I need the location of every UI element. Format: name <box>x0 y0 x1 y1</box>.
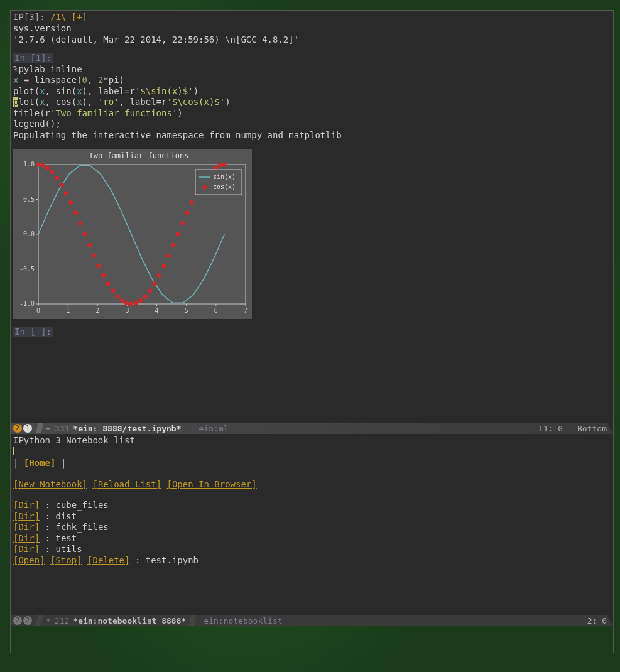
svg-point-52 <box>148 288 152 293</box>
dir-link[interactable]: [Dir] <box>13 511 40 521</box>
svg-point-41 <box>97 264 101 268</box>
svg-point-44 <box>111 288 115 293</box>
svg-point-68 <box>222 163 227 167</box>
stop-button[interactable]: [Stop] <box>50 555 82 565</box>
str: '$\cos(x)$' <box>166 97 225 107</box>
reload-list-button[interactable]: [Reload List] <box>92 479 161 489</box>
sep-icon <box>231 423 238 433</box>
svg-text:0: 0 <box>36 307 40 314</box>
svg-text:6: 6 <box>214 307 218 314</box>
txt: ) <box>193 86 199 96</box>
major-mode: ein:ml <box>199 424 229 433</box>
txt: , <box>87 75 98 85</box>
svg-text:0.0: 0.0 <box>23 230 35 237</box>
dir-name: fchk_files <box>55 522 108 532</box>
cell-1-prompt: In [1]: <box>13 53 53 63</box>
new-notebook-button[interactable]: [New Notebook] <box>13 479 87 489</box>
svg-point-72 <box>203 185 207 190</box>
str: 'Two familiar functions' <box>50 108 177 118</box>
delete-button[interactable]: [Delete] <box>87 555 129 565</box>
txt: = linspace( <box>18 75 82 85</box>
chart-svg: Two familiar functions01234567-1.0-0.50.… <box>13 149 252 319</box>
svg-text:4: 4 <box>155 307 159 314</box>
dir-name: utils <box>55 544 82 554</box>
badge-win: 2 <box>23 616 32 625</box>
header-line: IP[3]: /1\ [+] <box>11 11 613 23</box>
sep: : <box>135 555 146 565</box>
dir-link[interactable]: [Dir] <box>13 533 40 543</box>
dir-link[interactable]: [Dir] <box>13 500 40 510</box>
header-link-2[interactable]: [+] <box>72 12 87 22</box>
sep-icon <box>188 615 196 626</box>
svg-point-45 <box>115 294 119 298</box>
svg-text:-1.0: -1.0 <box>19 300 35 307</box>
svg-text:0.5: 0.5 <box>23 196 35 203</box>
svg-point-60 <box>185 210 189 215</box>
svg-point-33 <box>60 183 64 187</box>
cell-2-prompt: In [ ]: <box>13 327 53 337</box>
str: 'ro' <box>98 97 119 107</box>
cell-0-output: sys.version '2.7.6 (default, Mar 22 2014… <box>11 23 613 48</box>
modeline-top: 2 1 − 331 *ein: 8888/test.ipynb* ein:ml … <box>11 423 613 434</box>
mod-dash: − <box>46 424 51 433</box>
sep: | <box>13 458 24 468</box>
cell-1-l2: x = linspace(0, 2*pi) <box>13 75 611 86</box>
modeline-bottom: 2 2 * 212 *ein:notebooklist 8888* ein:no… <box>11 615 613 626</box>
header-prefix: IP[3]: <box>13 12 50 22</box>
svg-point-30 <box>45 166 50 170</box>
var: x <box>40 86 45 96</box>
mod-line: 212 <box>55 616 69 626</box>
cell-1-l4: plot(x, cos(x), 'ro', label=r'$\cos(x)$'… <box>13 97 611 108</box>
buffer-name: *ein: 8888/test.ipynb* <box>73 424 181 433</box>
svg-point-37 <box>78 221 82 225</box>
svg-point-61 <box>190 200 194 205</box>
scroll-pos: Bottom <box>577 424 607 433</box>
txt: title(r <box>13 108 50 118</box>
svg-point-31 <box>50 170 55 175</box>
svg-point-34 <box>64 191 68 195</box>
txt: ) <box>177 108 182 118</box>
dir-link[interactable]: [Dir] <box>13 544 40 554</box>
svg-point-38 <box>83 232 87 237</box>
svg-point-32 <box>55 176 59 180</box>
emacs-frame: IP[3]: /1\ [+] sys.version '2.7.6 (defau… <box>10 10 614 653</box>
dir-link[interactable]: [Dir] <box>13 522 40 532</box>
txt: ) <box>225 97 230 107</box>
sep-icon <box>36 615 43 626</box>
open-in-browser-button[interactable]: [Open In Browser] <box>166 479 256 489</box>
svg-point-55 <box>161 264 166 268</box>
var: x <box>77 86 82 96</box>
num: 0 <box>82 75 87 85</box>
txt: lot( <box>18 97 40 107</box>
notebook-pane[interactable]: IP[3]: /1\ [+] sys.version '2.7.6 (defau… <box>11 11 613 434</box>
svg-point-47 <box>124 301 129 305</box>
svg-point-28 <box>36 163 41 167</box>
svg-point-39 <box>87 243 92 247</box>
header-link-1[interactable]: /1\ <box>50 12 66 22</box>
svg-point-53 <box>153 281 157 286</box>
notebooklist-pane[interactable]: IPython 3 Notebook list | [Home] | [New … <box>11 434 613 626</box>
txt: , sin( <box>45 86 77 96</box>
list-item: [Dir] : fchk_files <box>13 522 611 533</box>
nblist-file-row: [Open] [Stop] [Delete] : test.ipynb <box>13 555 611 566</box>
svg-text:5: 5 <box>185 307 188 314</box>
dir-name: test <box>55 533 77 543</box>
svg-point-35 <box>68 200 73 205</box>
svg-point-59 <box>180 221 185 225</box>
cell-1-l5: title(r'Two familiar functions') <box>13 108 611 119</box>
svg-text:2: 2 <box>95 307 99 314</box>
open-button[interactable]: [Open] <box>13 555 45 565</box>
list-item: [Dir] : utils <box>13 544 611 555</box>
sep: | <box>61 458 66 468</box>
svg-point-58 <box>176 232 180 237</box>
breadcrumb: | [Home] | <box>13 458 611 469</box>
cell-1[interactable]: In [1]: %pylab inline x = linspace(0, 2*… <box>11 53 613 143</box>
svg-point-42 <box>101 273 106 278</box>
cell-2[interactable]: In [ ]: <box>11 327 613 340</box>
cell-0-line-1: sys.version <box>13 23 611 35</box>
home-link[interactable]: [Home] <box>24 458 56 468</box>
mod-star: * <box>46 616 51 626</box>
list-item: [Dir] : dist <box>13 511 611 523</box>
dir-name: dist <box>55 511 77 521</box>
var: x <box>77 97 82 107</box>
